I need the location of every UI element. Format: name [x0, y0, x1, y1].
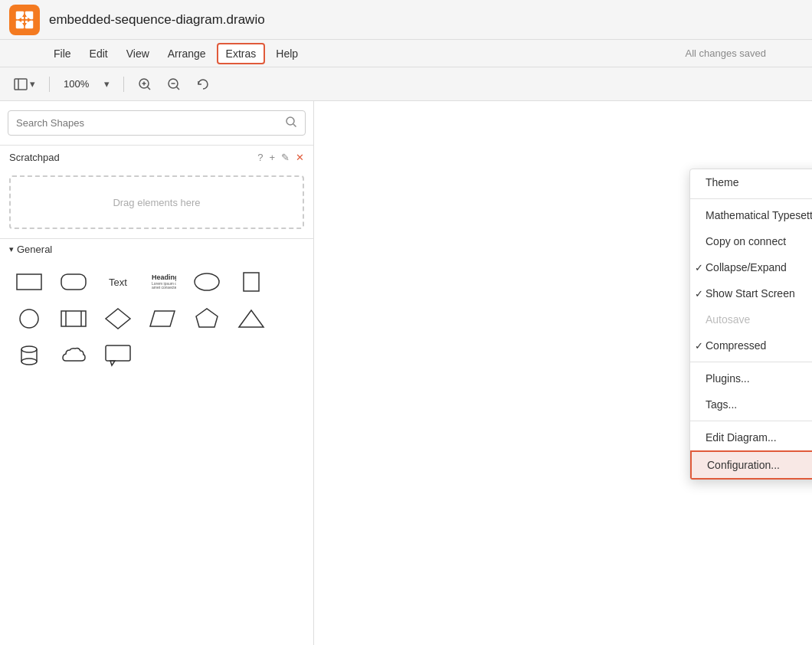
dropdown-sep-3 — [690, 421, 812, 421]
panel-toggle-chevron: ▾ — [30, 78, 35, 90]
svg-marker-39 — [110, 361, 115, 365]
menu-extras[interactable]: Extras — [217, 43, 266, 64]
dropdown-plugins[interactable]: Plugins... — [690, 365, 812, 391]
dropdown-configuration[interactable]: Configuration... — [690, 450, 812, 480]
app-logo — [9, 5, 40, 35]
shape-square[interactable] — [231, 266, 271, 298]
svg-point-37 — [21, 359, 37, 365]
general-section-header[interactable]: General — [0, 239, 313, 260]
shape-heading-text[interactable]: Heading Lorem ipsum dolor sit amet conse… — [142, 266, 182, 298]
dropdown-sep-2 — [690, 362, 812, 362]
dropdown-autosave: Autosave — [690, 306, 812, 332]
zoom-out-button[interactable] — [162, 74, 185, 94]
svg-text:Heading: Heading — [152, 273, 176, 281]
dropdown-copy-connect-label: Copy on connect — [706, 235, 786, 247]
shape-parallelogram[interactable] — [142, 303, 182, 335]
titlebar: embedded-sequence-diagram.drawio — [0, 0, 812, 40]
canvas-area[interactable]: Theme ▶ Mathematical Typesetting ? Copy … — [314, 101, 812, 645]
svg-marker-32 — [196, 309, 218, 327]
shape-diamond[interactable] — [98, 303, 138, 335]
dropdown-math[interactable]: Mathematical Typesetting ? — [690, 202, 812, 228]
drag-drop-zone[interactable]: Drag elements here — [9, 175, 304, 229]
dropdown-edit-diagram-label: Edit Diagram... — [706, 431, 777, 444]
dropdown-edit-diagram[interactable]: Edit Diagram... — [690, 424, 812, 450]
menu-edit[interactable]: Edit — [82, 44, 116, 63]
svg-point-34 — [21, 346, 37, 352]
save-status: All changes saved — [685, 47, 766, 59]
toolbar: ▾ 100% ▾ — [0, 67, 812, 101]
svg-point-26 — [20, 309, 38, 328]
shape-cloud[interactable] — [54, 339, 93, 372]
svg-marker-30 — [106, 309, 130, 329]
shape-callout[interactable] — [98, 339, 138, 372]
sidebar: Scratchpad ? + ✎ ✕ Drag elements here Ge… — [0, 101, 314, 645]
shape-text[interactable]: Text — [98, 266, 138, 298]
scratchpad-help-icon[interactable]: ? — [257, 152, 263, 163]
shape-rounded-rect[interactable] — [54, 266, 93, 298]
shape-rectangle[interactable] — [9, 266, 49, 298]
search-icon — [285, 116, 297, 130]
panel-toggle-button[interactable]: ▾ — [9, 75, 40, 93]
dropdown-theme[interactable]: Theme ▶ — [690, 169, 812, 195]
shape-ellipse[interactable] — [187, 266, 227, 298]
app-title: embedded-sequence-diagram.drawio — [49, 12, 265, 28]
dropdown-theme-label: Theme — [706, 176, 739, 188]
dropdown-overlay[interactable]: Theme ▶ Mathematical Typesetting ? Copy … — [314, 101, 812, 645]
dropdown-show-start-label: Show Start Screen — [706, 287, 795, 300]
svg-line-15 — [177, 87, 180, 90]
svg-line-12 — [148, 87, 151, 90]
svg-rect-18 — [17, 274, 41, 290]
toolbar-separator-1 — [49, 77, 50, 92]
dropdown-show-start[interactable]: Show Start Screen — [690, 280, 812, 306]
dropdown-configuration-label: Configuration... — [707, 459, 780, 471]
shape-triangle[interactable] — [231, 303, 271, 335]
menu-view[interactable]: View — [119, 44, 157, 63]
toolbar-separator-2 — [123, 77, 124, 92]
main-layout: Scratchpad ? + ✎ ✕ Drag elements here Ge… — [0, 101, 812, 645]
scratchpad-header: Scratchpad ? + ✎ ✕ — [0, 146, 313, 169]
scratchpad-add-icon[interactable]: + — [269, 152, 275, 163]
dropdown-tags[interactable]: Tags... — [690, 391, 812, 417]
svg-rect-19 — [61, 274, 86, 290]
zoom-level[interactable]: 100% — [59, 76, 93, 92]
svg-rect-25 — [244, 273, 259, 291]
search-input[interactable] — [16, 117, 285, 129]
svg-rect-1 — [25, 11, 33, 19]
dropdown-compressed[interactable]: Compressed — [690, 332, 812, 359]
zoom-dropdown-button[interactable]: ▾ — [100, 75, 114, 93]
scratchpad-title: Scratchpad — [9, 152, 257, 163]
menu-arrange[interactable]: Arrange — [160, 44, 214, 63]
dropdown-collapse-expand-label: Collapse/Expand — [706, 261, 787, 273]
shape-cylinder[interactable] — [9, 339, 49, 372]
svg-rect-3 — [25, 21, 33, 28]
scratchpad-close-icon[interactable]: ✕ — [296, 152, 304, 163]
svg-text:amet consectetur: amet consectetur — [152, 285, 176, 290]
scratchpad-actions: ? + ✎ ✕ — [257, 152, 304, 163]
dropdown-autosave-label: Autosave — [706, 313, 750, 326]
drag-label: Drag elements here — [113, 197, 200, 208]
general-label: General — [17, 244, 52, 255]
shape-pentagon[interactable] — [187, 303, 227, 335]
search-box[interactable] — [8, 110, 306, 136]
dropdown-tags-label: Tags... — [706, 398, 737, 411]
shape-circle[interactable] — [9, 303, 49, 335]
menu-help[interactable]: Help — [268, 44, 306, 63]
dropdown-collapse-expand[interactable]: Collapse/Expand — [690, 254, 812, 280]
shapes-grid: Text Heading Lorem ipsum dolor sit amet … — [0, 260, 313, 378]
svg-rect-7 — [15, 79, 27, 90]
dropdown-sep-1 — [690, 198, 812, 199]
svg-marker-33 — [239, 310, 264, 327]
shape-process[interactable] — [54, 303, 93, 335]
scratchpad-edit-icon[interactable]: ✎ — [281, 152, 290, 163]
undo-button[interactable] — [192, 74, 214, 94]
svg-point-16 — [286, 117, 294, 125]
svg-point-24 — [195, 273, 219, 290]
dropdown-math-label: Mathematical Typesetting — [706, 209, 812, 221]
zoom-in-button[interactable] — [133, 74, 156, 94]
svg-text:Text: Text — [109, 277, 127, 288]
menu-file[interactable]: File — [46, 44, 79, 63]
svg-line-17 — [293, 124, 296, 127]
dropdown-copy-connect[interactable]: Copy on connect — [690, 228, 812, 254]
svg-rect-0 — [16, 11, 24, 19]
menubar: File Edit View Arrange Extras Help All c… — [0, 40, 812, 67]
